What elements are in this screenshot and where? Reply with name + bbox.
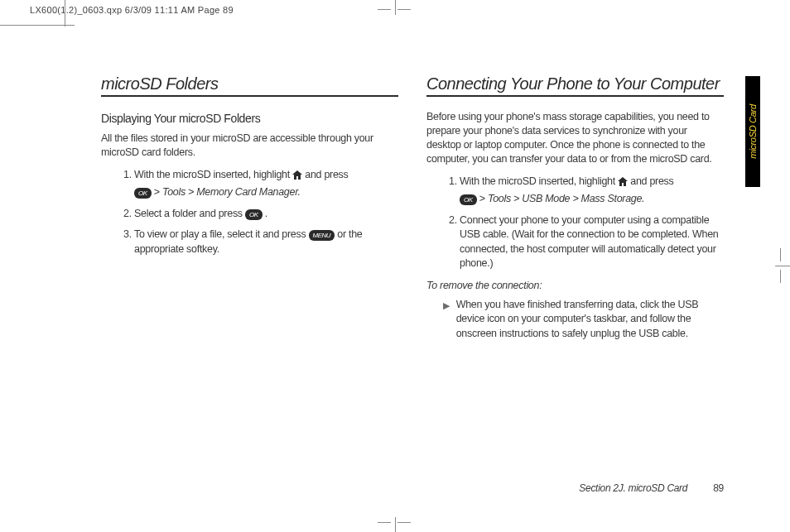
bullet-item: ▶ When you have finished transferring da… [443, 298, 724, 342]
step-item: Connect your phone to your computer usin… [460, 213, 724, 271]
step-text: Select a folder and press [134, 208, 245, 219]
step-item: With the microSD inserted, highlight and… [460, 175, 724, 207]
home-icon [618, 176, 628, 191]
step-text: and press [630, 175, 673, 187]
crop-mark [775, 266, 790, 266]
menu-path: Tools > Memory Card Manager. [162, 186, 301, 198]
right-column: Connecting Your Phone to Your Computer B… [426, 74, 724, 341]
crop-mark [397, 522, 411, 523]
print-header: LX600(1.2)_0603.qxp 6/3/09 11:11 AM Page… [30, 5, 234, 15]
ok-button-icon: OK [460, 194, 477, 205]
footer-section: Section 2J. microSD Card [579, 482, 687, 494]
step-text: With the microSD inserted, highlight [134, 169, 292, 180]
page-content: microSD Folders Displaying Your microSD … [65, 25, 760, 502]
bullet-text: When you have finished transferring data… [456, 298, 724, 342]
step-item: Select a folder and press OK . [134, 207, 398, 222]
subsection-remove: To remove the connection: [426, 280, 724, 291]
step-text: and press [305, 169, 348, 180]
steps-list: With the microSD inserted, highlight and… [131, 168, 398, 257]
step-item: With the microSD inserted, highlight and… [134, 168, 398, 200]
step-item: To view or play a file, select it and pr… [134, 228, 398, 256]
breadcrumb-separator: > [479, 193, 485, 204]
section-heading-microsd-folders: microSD Folders [101, 74, 398, 97]
crop-mark [780, 248, 781, 261]
intro-text: All the files stored in your microSD are… [101, 132, 398, 160]
subsection-heading: Displaying Your microSD Folders [101, 112, 398, 125]
trim-rule [0, 25, 75, 26]
ok-button-icon: OK [134, 188, 152, 199]
crop-mark [395, 0, 396, 15]
breadcrumb-separator: > [154, 186, 160, 198]
crop-mark [780, 270, 781, 283]
menu-button-icon: MENU [309, 230, 335, 241]
page-footer: Section 2J. microSD Card 89 [579, 482, 724, 494]
intro-text: Before using your phone's mass storage c… [426, 110, 724, 166]
ok-button-icon: OK [245, 209, 263, 220]
step-text: To view or play a file, select it and pr… [134, 228, 309, 240]
left-column: microSD Folders Displaying Your microSD … [101, 74, 398, 341]
crop-mark [397, 9, 411, 10]
page-number: 89 [713, 482, 724, 494]
trim-rule [65, 0, 65, 26]
crop-mark [395, 517, 396, 532]
step-text: . [265, 208, 267, 219]
crop-mark [378, 522, 391, 523]
section-heading-connecting: Connecting Your Phone to Your Computer [426, 74, 724, 97]
home-icon [292, 170, 302, 185]
steps-list: With the microSD inserted, highlight and… [456, 175, 724, 271]
triangle-bullet-icon: ▶ [443, 298, 450, 342]
crop-mark [378, 9, 391, 10]
menu-path: Tools > USB Mode > Mass Storage. [488, 193, 644, 204]
step-text: With the microSD inserted, highlight [460, 175, 618, 187]
